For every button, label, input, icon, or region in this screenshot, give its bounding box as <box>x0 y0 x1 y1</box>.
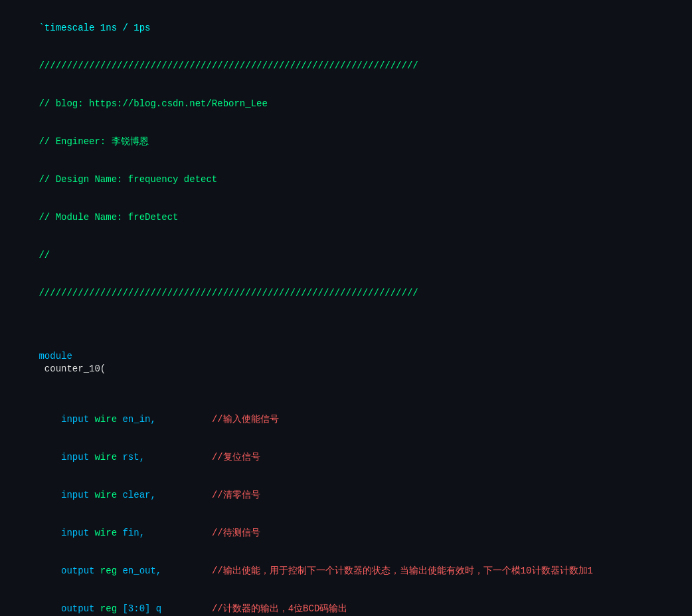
line-3: // blog: https://blog.csdn.net/Reborn_Le… <box>0 85 692 123</box>
line-11: module counter_10( <box>0 338 692 388</box>
line-13: input wire en_in, //输入使能信号 <box>0 401 692 439</box>
code-editor: `timescale 1ns / 1ps ///////////////////… <box>0 7 692 616</box>
line-5: // Design Name: frequency detect <box>0 161 692 199</box>
line-8: ////////////////////////////////////////… <box>0 274 692 312</box>
line-6: // Module Name: freDetect <box>0 199 692 237</box>
line-4: // Engineer: 李锐博恩 <box>0 123 692 161</box>
comment-blog: // blog: https://blog.csdn.net/Reborn_Le… <box>39 98 267 109</box>
comment-engineer: // Engineer: 李锐博恩 <box>39 136 148 147</box>
line-16: input wire fin, //待测信号 <box>0 514 692 552</box>
line-9 <box>0 312 692 325</box>
line-1: `timescale 1ns / 1ps <box>0 9 692 47</box>
comment-divider: ////////////////////////////////////////… <box>39 60 418 71</box>
comment-module: // Module Name: freDetect <box>39 212 178 223</box>
line-7: // <box>0 237 692 274</box>
comment-design: // Design Name: frequency detect <box>39 174 217 185</box>
line-12 <box>0 388 692 401</box>
comment-divider2: ////////////////////////////////////////… <box>39 288 418 298</box>
line-14: input wire rst, //复位信号 <box>0 439 692 476</box>
line-2: ////////////////////////////////////////… <box>0 47 692 85</box>
comment-slash: // <box>39 250 50 260</box>
line-10 <box>0 325 692 338</box>
line-17: output reg en_out, //输出使能，用于控制下一个计数器的状态，… <box>0 552 692 590</box>
line-18: output reg [3:0] q //计数器的输出，4位BCD码输出 <box>0 590 692 616</box>
module-name-text: counter_10( <box>39 363 106 374</box>
module-keyword: module <box>39 351 72 361</box>
timescale-directive: `timescale 1ns / 1ps <box>39 23 150 33</box>
line-15: input wire clear, //清零信号 <box>0 476 692 514</box>
